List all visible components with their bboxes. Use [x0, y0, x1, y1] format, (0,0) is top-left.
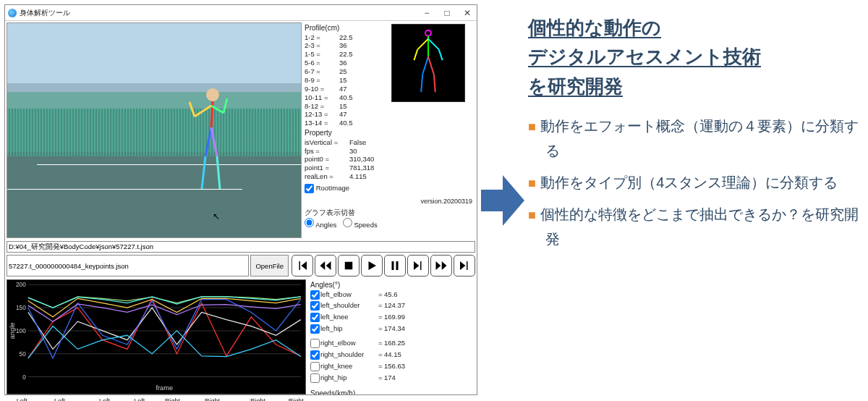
prop-val: 310,340 — [349, 155, 374, 164]
svg-line-6 — [205, 127, 211, 156]
profile-key: 1-2 = — [305, 33, 339, 42]
side-panel: Profile(cm) 1-2 =22.52-3 =361-5 =22.55-6… — [302, 21, 477, 240]
bullet-item: 個性的な特徴をどこまで抽出できるか？を研究開発 — [528, 202, 861, 251]
series-key: left_shoulder — [320, 301, 378, 313]
svg-line-17 — [421, 75, 422, 93]
series-checkbox[interactable] — [310, 373, 320, 383]
prop-key: point0 = — [305, 155, 349, 164]
series-checkbox[interactable] — [310, 339, 320, 348]
series-checkbox[interactable] — [310, 301, 320, 311]
rootimage-checkbox[interactable]: RootImage — [305, 184, 349, 192]
series-val: 174 — [384, 373, 396, 385]
series-checkbox[interactable] — [310, 313, 320, 322]
file-path-bottom[interactable] — [7, 255, 249, 277]
graph-toggle-header: グラフ表示切替 — [305, 208, 474, 218]
svg-point-10 — [425, 30, 431, 36]
angles-radio[interactable]: Angles — [305, 221, 336, 229]
series-checkbox[interactable] — [310, 324, 320, 334]
svg-text:200: 200 — [16, 281, 26, 288]
svg-text:100: 100 — [16, 327, 26, 334]
profile-val: 36 — [339, 59, 347, 67]
readout-panel: Angles(°) left_elbow=45.6left_shoulder=1… — [307, 278, 477, 394]
prop-val: 4.115 — [349, 172, 367, 181]
profile-val: 15 — [339, 76, 347, 85]
skip-fwd-button[interactable] — [454, 255, 475, 277]
angles-header: Angles(°) — [310, 281, 474, 290]
svg-line-18 — [428, 56, 434, 75]
profile-val: 25 — [339, 67, 347, 76]
file-path-top[interactable] — [7, 241, 475, 253]
headline-line1: 個性的な動作の — [528, 17, 661, 38]
profile-val: 40.5 — [339, 119, 353, 127]
legend-item: Right Elbow — [154, 397, 190, 402]
profile-key: 1-5 = — [305, 50, 339, 59]
headline-line2: デジタルアセスメント技術 — [528, 46, 761, 67]
series-key: right_knee — [320, 362, 378, 373]
step-fwd-button[interactable] — [407, 255, 429, 277]
svg-line-2 — [195, 106, 211, 117]
headline-panel: 個性的な動作の デジタルアセスメント技術 を研究開発 動作をエフォート概念（運動… — [528, 0, 868, 401]
speeds-header: Speeds(km/h) — [310, 389, 474, 395]
series-val: 168.25 — [384, 339, 405, 350]
chart-legend: Left ElbowLeft ShoulderLeft KneeLeft Hip… — [5, 396, 307, 402]
profile-header: Profile(cm) — [305, 24, 391, 33]
angle-chart: 050100150200angleframe — [7, 279, 306, 394]
bullet-item: 動作をタイプ別（4スタンス理論）に分類する — [528, 170, 861, 195]
video-scene-fence — [7, 109, 301, 156]
video-pane[interactable]: ↖ — [7, 22, 302, 238]
svg-rect-20 — [345, 262, 353, 270]
property-header: Property — [305, 129, 474, 138]
app-window: 身体解析ツール − □ ✕ — [4, 4, 477, 395]
series-checkbox[interactable] — [310, 362, 320, 371]
profile-key: 6-7 = — [305, 67, 339, 76]
profile-val: 22.5 — [339, 33, 353, 42]
rewind-button[interactable] — [315, 255, 336, 277]
rootimage-input[interactable] — [305, 184, 314, 193]
legend-item: Right Shoulder — [193, 397, 234, 402]
profile-key: 10-11 = — [305, 93, 339, 102]
series-key: right_shoulder — [320, 350, 378, 362]
titlebar: 身体解析ツール − □ ✕ — [5, 5, 477, 21]
app-icon — [8, 9, 17, 17]
svg-line-15 — [439, 49, 443, 60]
skip-back-button[interactable] — [292, 255, 313, 277]
minimize-button[interactable]: − — [420, 8, 433, 18]
fast-fwd-button[interactable] — [430, 255, 452, 277]
series-val: 174.34 — [384, 324, 405, 336]
svg-line-3 — [190, 102, 195, 117]
series-checkbox[interactable] — [310, 350, 320, 360]
series-val: 45.6 — [384, 290, 398, 302]
legend-item: Right Hip — [277, 397, 307, 402]
svg-line-13 — [414, 49, 417, 60]
svg-line-14 — [428, 39, 439, 50]
close-button[interactable]: ✕ — [461, 8, 474, 18]
maximize-button[interactable]: □ — [441, 8, 454, 18]
series-checkbox[interactable] — [310, 290, 320, 300]
headline-line3: を研究開発 — [528, 75, 623, 97]
series-val: 124.37 — [384, 301, 405, 313]
bullet-item: 動作をエフォート概念（運動の４要素）に分類する — [528, 114, 861, 163]
pause-button[interactable] — [384, 255, 406, 277]
series-val: 44.15 — [384, 350, 401, 362]
profile-val: 40.5 — [339, 93, 353, 102]
svg-line-8 — [211, 127, 217, 156]
prop-key: point1 = — [305, 164, 349, 172]
profile-key: 8-12 = — [305, 102, 339, 111]
svg-line-5 — [224, 98, 227, 113]
speeds-radio[interactable]: Speeds — [343, 221, 378, 229]
profile-val: 36 — [339, 41, 347, 50]
series-key: right_elbow — [320, 339, 378, 350]
openfile-button[interactable]: OpenFile — [250, 255, 289, 277]
profile-key: 8-9 = — [305, 76, 339, 85]
series-key: right_hip — [320, 373, 378, 385]
stop-button[interactable] — [338, 255, 359, 277]
prop-val: False — [349, 138, 366, 147]
pose-overlay — [184, 88, 234, 211]
series-key: left_hip — [320, 324, 378, 336]
svg-marker-35 — [481, 175, 524, 226]
legend-item: Left Knee — [88, 397, 119, 402]
play-button[interactable] — [361, 255, 383, 277]
video-scene-court — [7, 156, 301, 237]
svg-line-7 — [202, 156, 205, 189]
series-key: left_knee — [320, 313, 378, 324]
